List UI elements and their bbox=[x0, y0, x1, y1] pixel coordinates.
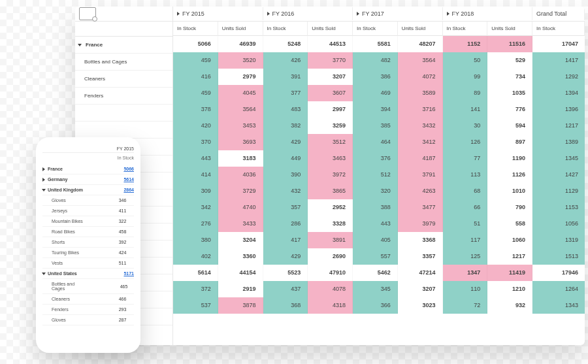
data-cell[interactable]: 372 bbox=[173, 281, 218, 297]
data-cell[interactable]: 368 bbox=[263, 297, 308, 314]
data-cell[interactable]: 47910 bbox=[308, 265, 353, 281]
data-cell[interactable]: 3979 bbox=[398, 216, 443, 232]
mobile-country-row[interactable]: United States5171 bbox=[42, 269, 134, 279]
data-cell[interactable]: 1210 bbox=[487, 281, 532, 297]
data-cell[interactable]: 51 bbox=[443, 216, 488, 232]
data-cell[interactable]: 286 bbox=[263, 216, 308, 232]
data-cell[interactable]: 2952 bbox=[308, 199, 353, 216]
data-cell[interactable]: 443 bbox=[353, 216, 398, 232]
mobile-item-row[interactable]: Fenders293 bbox=[42, 305, 134, 315]
data-cell[interactable]: 44154 bbox=[218, 265, 263, 281]
data-cell[interactable]: 3453 bbox=[218, 118, 263, 134]
data-cell[interactable]: 3589 bbox=[398, 85, 443, 101]
data-cell[interactable]: 320 bbox=[353, 183, 398, 199]
data-cell[interactable]: 50 bbox=[443, 52, 488, 69]
data-cell[interactable]: 394 bbox=[353, 101, 398, 118]
data-cell[interactable]: 391 bbox=[263, 69, 308, 85]
data-cell[interactable]: 117 bbox=[443, 232, 488, 248]
data-cell[interactable]: 309 bbox=[173, 183, 218, 199]
data-cell[interactable]: 5614 bbox=[173, 265, 218, 281]
data-cell[interactable]: 3477 bbox=[398, 199, 443, 216]
data-cell[interactable]: 3729 bbox=[218, 183, 263, 199]
mobile-item-row[interactable]: Road Bikes458 bbox=[42, 227, 134, 237]
mobile-item-row[interactable]: Mountain Bikes322 bbox=[42, 216, 134, 227]
row-header-item[interactable]: Bottles and Cages bbox=[75, 54, 172, 71]
data-cell[interactable]: 1347 bbox=[443, 265, 488, 281]
data-cell[interactable]: 405 bbox=[353, 232, 398, 248]
grand-total-cell[interactable]: 1129 bbox=[532, 183, 585, 199]
grand-total-cell[interactable]: 1389 bbox=[532, 134, 585, 150]
data-cell[interactable]: 469 bbox=[353, 85, 398, 101]
grand-total-cell[interactable]: 1343 bbox=[532, 297, 585, 314]
data-cell[interactable]: 1217 bbox=[487, 248, 532, 265]
data-cell[interactable]: 3463 bbox=[308, 150, 353, 167]
data-cell[interactable]: 5462 bbox=[353, 265, 398, 281]
mobile-item-row[interactable]: Cleaners466 bbox=[42, 294, 134, 305]
mobile-item-row[interactable]: Gloves287 bbox=[42, 315, 134, 325]
data-cell[interactable]: 382 bbox=[263, 118, 308, 134]
data-cell[interactable]: 426 bbox=[263, 52, 308, 69]
data-cell[interactable]: 141 bbox=[443, 101, 488, 118]
data-cell[interactable]: 3791 bbox=[398, 167, 443, 183]
data-cell[interactable]: 459 bbox=[173, 85, 218, 101]
grand-total-cell[interactable]: 17946 bbox=[532, 265, 585, 281]
row-header-item[interactable]: Fenders bbox=[75, 88, 172, 105]
data-cell[interactable]: 3368 bbox=[398, 232, 443, 248]
data-cell[interactable]: 459 bbox=[173, 52, 218, 69]
data-cell[interactable]: 1035 bbox=[487, 85, 532, 101]
year-header-cell[interactable]: FY 2018 bbox=[443, 7, 533, 20]
data-cell[interactable]: 1010 bbox=[487, 183, 532, 199]
mobile-item-row[interactable]: Touring Bikes424 bbox=[42, 248, 134, 258]
data-cell[interactable]: 113 bbox=[443, 167, 488, 183]
grand-total-cell[interactable]: 1292 bbox=[532, 69, 585, 85]
mobile-country-row[interactable]: France5066 bbox=[42, 164, 134, 174]
row-header-item[interactable] bbox=[75, 122, 172, 139]
data-cell[interactable]: 734 bbox=[487, 69, 532, 85]
data-cell[interactable]: 557 bbox=[353, 248, 398, 265]
grand-total-cell[interactable]: 1394 bbox=[532, 85, 585, 101]
data-cell[interactable]: 3770 bbox=[308, 52, 353, 69]
data-cell[interactable]: 48207 bbox=[398, 36, 443, 52]
data-cell[interactable]: 512 bbox=[353, 167, 398, 183]
data-cell[interactable]: 3023 bbox=[398, 297, 443, 314]
grand-total-cell[interactable]: 1264 bbox=[532, 281, 585, 297]
data-cell[interactable]: 357 bbox=[263, 199, 308, 216]
grand-total-cell[interactable]: 1217 bbox=[532, 118, 585, 134]
row-header-item[interactable]: Cleaners bbox=[75, 71, 172, 88]
mobile-year-header[interactable]: FY 2015 bbox=[42, 145, 134, 153]
data-cell[interactable]: 5066 bbox=[173, 36, 218, 52]
data-cell[interactable]: 4036 bbox=[218, 167, 263, 183]
data-cell[interactable]: 3865 bbox=[308, 183, 353, 199]
data-cell[interactable]: 126 bbox=[443, 134, 488, 150]
data-cell[interactable]: 897 bbox=[487, 134, 532, 150]
data-cell[interactable]: 3259 bbox=[308, 118, 353, 134]
data-cell[interactable]: 3412 bbox=[398, 134, 443, 150]
grand-total-cell[interactable]: 1153 bbox=[532, 199, 585, 216]
data-cell[interactable]: 3520 bbox=[218, 52, 263, 69]
data-cell[interactable]: 377 bbox=[263, 85, 308, 101]
data-cell[interactable]: 429 bbox=[263, 248, 308, 265]
data-cell[interactable]: 46939 bbox=[218, 36, 263, 52]
data-cell[interactable]: 386 bbox=[353, 69, 398, 85]
measure-header-cell[interactable]: In Stock bbox=[353, 22, 398, 36]
data-cell[interactable]: 2690 bbox=[308, 248, 353, 265]
data-cell[interactable]: 3328 bbox=[308, 216, 353, 232]
data-cell[interactable]: 3972 bbox=[308, 167, 353, 183]
data-cell[interactable]: 594 bbox=[487, 118, 532, 134]
data-cell[interactable]: 402 bbox=[173, 248, 218, 265]
measure-header-cell[interactable]: In Stock bbox=[443, 22, 488, 36]
data-cell[interactable]: 77 bbox=[443, 150, 488, 167]
data-cell[interactable]: 2997 bbox=[308, 101, 353, 118]
measure-header-cell[interactable]: In Stock bbox=[263, 22, 308, 36]
data-cell[interactable]: 11516 bbox=[487, 36, 532, 52]
mobile-item-row[interactable]: Bottles and Cages465 bbox=[42, 279, 134, 294]
data-cell[interactable]: 30 bbox=[443, 118, 488, 134]
data-cell[interactable]: 437 bbox=[263, 281, 308, 297]
year-header-cell[interactable]: FY 2015 bbox=[173, 7, 263, 20]
measure-header-cell[interactable]: Units Sold bbox=[308, 22, 353, 36]
data-cell[interactable]: 366 bbox=[353, 297, 398, 314]
data-cell[interactable]: 414 bbox=[173, 167, 218, 183]
mobile-value-link[interactable]: 5066 bbox=[123, 167, 134, 171]
grand-total-cell[interactable]: 1417 bbox=[532, 52, 585, 69]
data-body[interactable]: 5066469395248445135581482071152115161704… bbox=[173, 36, 585, 314]
